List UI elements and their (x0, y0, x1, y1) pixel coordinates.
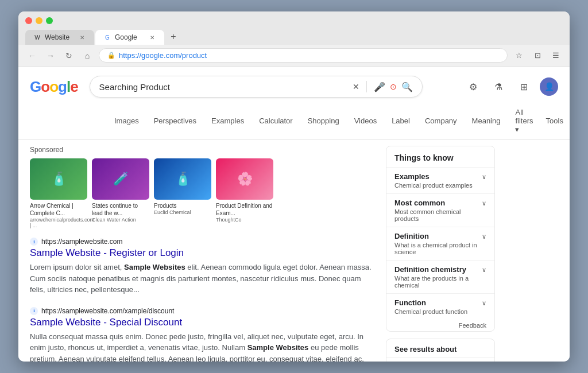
ttk-item-definition-chemistry[interactable]: Definition chemistry What are the produc… (386, 260, 494, 293)
google-logo: Google (30, 78, 78, 96)
back-button[interactable]: ← (25, 49, 39, 63)
green-product-icon: 🧴 (51, 172, 67, 187)
ttk-item-examples-content: Examples Chemical product examples (394, 172, 473, 189)
ttk-item-function[interactable]: Function Chemical product function ∨ (386, 293, 494, 320)
sponsored-card-3-title: Products (154, 202, 211, 209)
avatar[interactable]: 👤 (540, 77, 558, 96)
ttk-item-examples[interactable]: Examples Chemical product examples ∨ (386, 167, 494, 193)
ttk-item-definition[interactable]: Definition What is a chemical product in… (386, 227, 494, 260)
sponsored-card-1-url: arrowchemicalproducts.com | ... (30, 217, 87, 228)
all-filters-button[interactable]: All filters ▾ (509, 104, 539, 137)
sponsored-card-1[interactable]: 🧴 Arrow Chemical | Complete C... arrowch… (30, 158, 87, 228)
result-2-snippet: Nulla consequat massa quis enim. Donec p… (30, 331, 374, 362)
sponsored-card-1-title: Arrow Chemical | Complete C... (30, 202, 87, 217)
sponsored-img-4: 🌸 (216, 158, 273, 200)
main-results: Sponsored 🧴 Arrow Chemical | Complete C.… (30, 146, 374, 362)
filter-bar: Images Perspectives Examples Calculator … (18, 102, 570, 140)
sponsored-card-4[interactable]: 🌸 Product Definition and Exam... Thought… (216, 158, 273, 228)
new-tab-button[interactable]: + (165, 29, 181, 45)
refresh-button[interactable]: ↻ (62, 49, 76, 63)
result-1-snippet: Lorem ipsum dolor sit amet, Sample Websi… (30, 262, 374, 296)
address-bar[interactable]: 🔒 https://google.com/product (99, 48, 508, 63)
filter-tab-images[interactable]: Images (107, 113, 146, 129)
purple-product-icon: 🧪 (113, 172, 129, 187)
ttk-def-chem-subtitle: What are the products in a chemical (394, 275, 482, 289)
mic-icon[interactable]: 🎤 (374, 81, 385, 92)
ttk-function-title: Function (394, 298, 467, 307)
filter-tab-company[interactable]: Company (418, 113, 464, 129)
ttk-examples-subtitle: Chemical product examples (394, 182, 473, 189)
home-button[interactable]: ⌂ (80, 49, 94, 63)
result-2-title[interactable]: Sample Website - Special Discount (30, 316, 374, 329)
ttk-item-function-content: Function Chemical product function (394, 298, 467, 315)
feedback-link[interactable]: Feedback (386, 320, 494, 331)
apps-icon[interactable]: ⊞ (514, 77, 533, 96)
labs-icon[interactable]: ⚗ (489, 77, 508, 96)
search-divider (366, 81, 367, 92)
sponsored-card-3[interactable]: 🧴 Products Euclid Chemical (154, 158, 211, 228)
result-2-favicon: ℹ (30, 307, 38, 315)
filter-tab-shopping[interactable]: Shopping (301, 113, 346, 129)
forward-button[interactable]: → (44, 49, 57, 63)
logo-g2: g (58, 78, 67, 95)
tab-website-close[interactable]: ✕ (78, 33, 86, 41)
ttk-most-common-chevron: ∨ (482, 200, 486, 207)
traffic-light-yellow[interactable] (36, 17, 42, 24)
ttk-function-chevron: ∨ (482, 300, 486, 307)
ttk-item-most-common-content: Most common Most common chemical product… (394, 199, 482, 222)
traffic-light-red[interactable] (25, 17, 32, 24)
filter-tab-perspectives[interactable]: Perspectives (147, 113, 203, 129)
bookmark-button[interactable]: ☆ (512, 49, 526, 63)
things-to-know: Things to know Examples Chemical product… (386, 146, 495, 332)
search-box-wrap: ✕ 🎤 ⊙ 🔍 (90, 76, 423, 98)
sponsored-img-3: 🧴 (154, 158, 211, 200)
search-input[interactable] (99, 82, 348, 92)
google-header: Google ✕ 🎤 ⊙ 🔍 ⚙ ⚗ ⊞ 👤 (18, 67, 570, 102)
traffic-lights (25, 17, 563, 24)
search-button[interactable]: 🔍 (401, 81, 413, 92)
title-bar: W Website ✕ G Google ✕ + (18, 11, 570, 45)
filter-tab-label[interactable]: Label (385, 113, 417, 129)
see-results-panel: See results about ⬟ Product › (386, 339, 495, 362)
ttk-most-common-subtitle: Most common chemical products (394, 208, 482, 222)
tab-google-close[interactable]: ✕ (148, 33, 156, 41)
filter-tab-videos[interactable]: Videos (347, 113, 384, 129)
logo-e: e (70, 78, 78, 95)
pink-product-icon: 🌸 (237, 172, 253, 187)
tab-website[interactable]: W Website ✕ (25, 30, 94, 45)
ttk-item-definition-content: Definition What is a chemical product in… (394, 232, 482, 255)
sponsored-card-4-title: Product Definition and Exam... (216, 202, 273, 217)
address-bar-row: ← → ↻ ⌂ 🔒 https://google.com/product ☆ ⊡… (18, 45, 570, 67)
browser-content: Google ✕ 🎤 ⊙ 🔍 ⚙ ⚗ ⊞ 👤 Image (18, 67, 570, 362)
tab-google-label: Google (115, 33, 137, 41)
clear-button[interactable]: ✕ (353, 82, 359, 91)
result-2-url-row: ℹ https://samplewebsite.com/xample/disco… (30, 307, 374, 315)
srp-item-product[interactable]: ⬟ Product › (386, 357, 494, 362)
ttk-item-definition-chemistry-content: Definition chemistry What are the produc… (394, 265, 482, 289)
lens-icon[interactable]: ⊙ (390, 82, 397, 91)
tab-google[interactable]: G Google ✕ (95, 30, 164, 45)
result-1-url: https://samplewebsite.com (41, 238, 122, 246)
menu-button[interactable]: ☰ (549, 49, 563, 63)
result-1-title[interactable]: Sample Website - Register or Login (30, 247, 374, 259)
search-result-2: ℹ https://samplewebsite.com/xample/disco… (30, 307, 374, 362)
traffic-light-green[interactable] (46, 17, 53, 24)
filter-tab-calculator[interactable]: Calculator (252, 113, 300, 129)
ttk-item-most-common[interactable]: Most common Most common chemical product… (386, 193, 494, 227)
sponsored-card-2-url: Clean Water Action (92, 217, 149, 223)
lock-icon: 🔒 (107, 52, 115, 59)
sponsored-cards: 🧴 Arrow Chemical | Complete C... arrowch… (30, 158, 374, 228)
filter-tab-meaning[interactable]: Meaning (465, 113, 508, 129)
tools-button[interactable]: Tools (540, 113, 569, 129)
result-2-url: https://samplewebsite.com/xample/discoun… (41, 307, 174, 315)
result-1-favicon: ℹ (30, 238, 38, 246)
settings-icon[interactable]: ⚙ (464, 77, 482, 96)
filter-tab-examples[interactable]: Examples (204, 113, 251, 129)
header-icons: ⚙ ⚗ ⊞ 👤 (464, 77, 558, 96)
logo-o1: o (41, 78, 49, 95)
sponsored-card-2[interactable]: 🧪 States continue to lead the w... Clean… (92, 158, 149, 228)
download-button[interactable]: ⊡ (531, 49, 544, 63)
address-text: https://google.com/product (119, 51, 499, 60)
browser-window: W Website ✕ G Google ✕ + ← → ↻ ⌂ 🔒 https… (18, 11, 570, 362)
ttk-function-subtitle: Chemical product function (394, 308, 467, 315)
